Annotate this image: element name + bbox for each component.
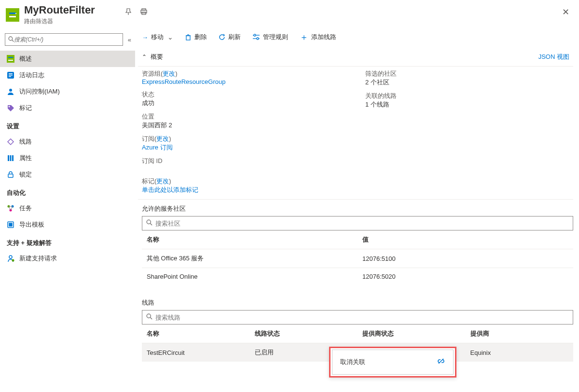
disconnect-icon: [437, 357, 445, 367]
sidebar-item-label: 属性: [19, 154, 32, 162]
page-subtitle: 路由筛选器: [24, 17, 573, 26]
svg-rect-19: [8, 155, 9, 161]
sidebar-item-label: 导出模板: [19, 220, 44, 229]
sidebar-item-support-request[interactable]: 新建支持请求: [0, 250, 135, 267]
search-icon: [146, 313, 152, 321]
svg-rect-20: [10, 155, 12, 161]
svg-rect-13: [9, 73, 13, 74]
col-value[interactable]: 值: [358, 230, 573, 249]
sidebar-item-tags[interactable]: 标记: [0, 100, 135, 116]
sidebar-search-input[interactable]: [14, 36, 120, 43]
iam-icon: [7, 88, 14, 95]
trash-icon: [185, 34, 192, 41]
settings-sliders-icon: [252, 34, 260, 41]
move-button[interactable]: → 移动: [142, 33, 173, 41]
sidebar-section-support: 支持 + 疑难解答: [0, 233, 135, 250]
refresh-button[interactable]: 刷新: [219, 33, 241, 41]
refresh-icon: [219, 34, 225, 41]
ess-label-tags: 标记(更改): [142, 177, 569, 186]
svg-point-31: [9, 256, 12, 258]
sidebar-item-label: 线路: [19, 137, 32, 146]
svg-rect-14: [9, 75, 13, 76]
ess-label-status: 状态: [142, 90, 346, 99]
sidebar-item-activity-log[interactable]: 活动日志: [0, 67, 135, 83]
sidebar-item-label: 概述: [19, 54, 32, 63]
overview-title: 概要: [151, 53, 163, 61]
svg-rect-21: [12, 155, 14, 161]
plus-icon: ＋: [300, 31, 308, 43]
communities-table: 名称 值 其他 Office 365 服务12076:5100 SharePoi…: [142, 230, 573, 285]
circuits-search-input[interactable]: [155, 314, 569, 321]
search-icon: [8, 36, 14, 43]
activity-log-icon: [7, 71, 14, 79]
change-subscription-link[interactable]: 更改: [156, 135, 169, 142]
svg-rect-11: [8, 60, 13, 61]
communities-search-input[interactable]: [155, 220, 569, 227]
circuits-search[interactable]: [142, 310, 573, 324]
svg-rect-9: [7, 55, 14, 63]
sidebar-item-tasks[interactable]: 任务: [0, 200, 135, 216]
content-area: → 移动 删除 刷新 管理规则 ＋ 添加线路 ⌃ 概要 JSON: [135, 27, 579, 385]
essentials-grid: 资源组(更改) ExpressRouteResourceGroup 状态 成功 …: [138, 69, 573, 177]
sidebar-item-label: 标记: [19, 104, 32, 112]
col-provider-status[interactable]: 提供商状态: [358, 324, 466, 343]
svg-rect-33: [186, 36, 190, 40]
table-row[interactable]: 其他 Office 365 服务12076:5100: [142, 249, 573, 268]
resource-group-link[interactable]: ExpressRouteResourceGroup: [142, 78, 346, 85]
collapse-sidebar-icon[interactable]: «: [128, 36, 131, 43]
ess-value-circuits: 1 个线路: [365, 100, 569, 109]
close-icon[interactable]: ✕: [562, 7, 569, 17]
svg-rect-22: [8, 174, 13, 177]
add-circuit-button[interactable]: ＋ 添加线路: [300, 31, 336, 43]
sidebar-search[interactable]: [5, 33, 123, 46]
json-view-link[interactable]: JSON 视图: [538, 53, 569, 61]
delete-button[interactable]: 删除: [185, 33, 207, 41]
svg-point-7: [9, 37, 13, 41]
col-name[interactable]: 名称: [142, 230, 358, 249]
col-provider[interactable]: 提供商: [466, 324, 574, 343]
print-icon[interactable]: [140, 8, 148, 17]
sidebar-item-label: 活动日志: [19, 71, 44, 80]
sidebar-item-label: 任务: [19, 204, 32, 213]
svg-rect-1: [9, 16, 16, 17]
add-tags-link[interactable]: 单击此处以添加标记: [142, 186, 569, 194]
communities-search[interactable]: [142, 216, 573, 230]
change-resource-group-link[interactable]: 更改: [163, 70, 175, 77]
subscription-link[interactable]: Azure 订阅: [142, 143, 346, 152]
sidebar-item-iam[interactable]: 访问控制(IAM): [0, 83, 135, 100]
svg-rect-10: [8, 57, 13, 58]
circuits-title: 线路: [138, 294, 573, 310]
sidebar-item-circuits[interactable]: 线路: [0, 134, 135, 150]
ess-label-subscription-id: 订阅 ID: [142, 157, 346, 165]
sidebar-item-properties[interactable]: 属性: [0, 150, 135, 166]
sidebar-item-locks[interactable]: 锁定: [0, 166, 135, 183]
svg-point-40: [147, 220, 151, 224]
sidebar-item-export[interactable]: 导出模板: [0, 216, 135, 233]
svg-line-41: [151, 224, 152, 226]
lock-icon: [7, 171, 14, 178]
toolbar: → 移动 删除 刷新 管理规则 ＋ 添加线路: [138, 27, 573, 50]
properties-icon: [7, 154, 14, 162]
col-status[interactable]: 线路状态: [250, 324, 358, 343]
page-title: MyRouteFilter: [24, 4, 573, 16]
svg-point-39: [257, 38, 259, 40]
pin-icon[interactable]: [124, 8, 132, 17]
ess-value-location: 美国西部 2: [142, 121, 346, 130]
sidebar-section-automation: 自动化: [0, 183, 135, 200]
ess-label-subscription: 订阅(更改): [142, 135, 346, 143]
resource-icon: [6, 8, 19, 22]
sidebar-section-settings: 设置: [0, 116, 135, 134]
col-name[interactable]: 名称: [142, 324, 250, 343]
sidebar-item-overview[interactable]: 概述: [0, 51, 135, 67]
change-tags-link[interactable]: 更改: [156, 177, 169, 185]
manage-rules-button[interactable]: 管理规则: [252, 33, 288, 41]
sidebar-item-label: 访问控制(IAM): [19, 87, 60, 96]
disassociate-button[interactable]: 取消关联: [332, 350, 454, 375]
sidebar: « 概述 活动日志 访问控制(IAM) 标记 设置 线路 属性 锁: [0, 27, 135, 385]
chevron-up-icon[interactable]: ⌃: [142, 54, 147, 60]
circuit-icon: [7, 138, 14, 146]
sidebar-item-label: 新建支持请求: [19, 254, 57, 263]
table-row[interactable]: SharePoint Online12076:5020: [142, 268, 573, 285]
sidebar-item-label: 锁定: [19, 170, 32, 179]
tasks-icon: [7, 204, 14, 212]
